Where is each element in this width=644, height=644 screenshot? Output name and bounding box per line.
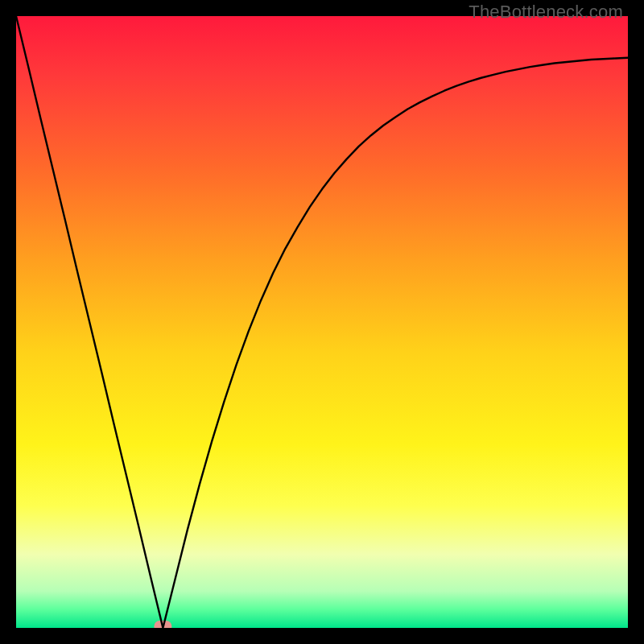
chart-svg	[16, 16, 628, 628]
chart-frame	[16, 16, 628, 628]
gradient-background	[16, 16, 628, 628]
watermark-label: TheBottleneck.com	[469, 2, 623, 23]
